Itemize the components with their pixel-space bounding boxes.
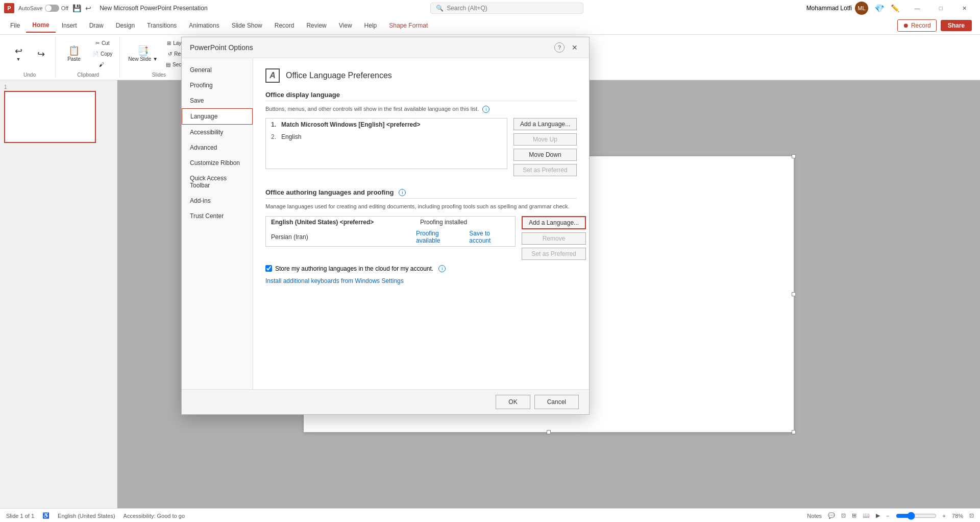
gem-icon[interactable]: 💎 [874,4,885,13]
copy-button[interactable]: 📄Copy [89,49,115,59]
autosave-toggle[interactable] [45,5,59,12]
dialog-body: General Proofing Save Language Accessibi… [182,58,589,389]
dialog-close-button[interactable]: ✕ [569,42,581,53]
undo-button[interactable]: ↩ ▼ [8,44,29,64]
normal-view-icon[interactable]: ⊡ [841,512,846,519]
display-lang-item-2[interactable]: 2. English [266,131,507,143]
format-painter-button[interactable]: 🖌 [89,60,115,69]
install-keyboards-link[interactable]: Install additional keyboards from Window… [265,277,404,284]
comments-icon[interactable]: 💬 [828,512,835,519]
zoom-in-button[interactable]: + [943,513,946,519]
new-slide-button[interactable]: 📑 New Slide ▼ [125,44,161,64]
tab-review[interactable]: Review [300,19,332,32]
sidebar-item-customize-ribbon[interactable]: Customize Ribbon [182,155,253,171]
layout-icon: ⊞ [167,40,171,46]
set-preferred-display-button[interactable]: Set as Preferred [513,164,577,176]
save-to-account-link[interactable]: Save to account [469,230,491,244]
display-lang-info-icon[interactable]: i [482,106,489,113]
dialog-help-button[interactable]: ? [554,42,565,53]
tab-animations[interactable]: Animations [183,19,225,32]
tab-file[interactable]: File [4,19,26,32]
tab-transitions[interactable]: Transitions [141,19,183,32]
tab-record[interactable]: Record [268,19,301,32]
move-down-button[interactable]: Move Down [513,149,577,161]
resize-handle-bottom-mid[interactable] [547,430,551,434]
reading-view-icon[interactable]: 📖 [863,512,870,519]
display-lang-item-1[interactable]: 1. Match Microsoft Windows [English] <pr… [266,118,507,131]
set-preferred-authoring-button[interactable]: Set as Preferred [522,248,586,260]
sidebar-item-accessibility[interactable]: Accessibility [182,125,253,140]
tab-slideshow[interactable]: Slide Show [226,19,268,32]
ribbon-tabs: File Home Insert Draw Design Transitions… [0,16,980,35]
ribbon-right: ⏺ Record Share [897,19,976,32]
sidebar-item-advanced[interactable]: Advanced [182,140,253,155]
avatar: ML [855,2,868,15]
resize-handle-top-right[interactable] [792,154,796,158]
language-label[interactable]: English (United States) [58,513,115,519]
slideshow-icon[interactable]: ▶ [876,512,880,519]
fit-slide-icon[interactable]: ⊡ [969,512,974,519]
cloud-checkbox-label: Store my authoring languages in the clou… [275,265,433,272]
notes-button[interactable]: Notes [807,513,822,519]
paste-button[interactable]: 📋 Paste [61,44,87,64]
zoom-out-button[interactable]: − [886,513,889,519]
accessibility-label[interactable]: Accessibility: Good to go [124,513,185,519]
settings-icon[interactable]: ✏️ [891,4,899,12]
proofing-available-link[interactable]: Proofing available [416,230,461,244]
sidebar-item-save[interactable]: Save [182,93,253,108]
authoring-item-persian[interactable]: Persian (Iran) Proofing available Save t… [266,228,515,246]
paste-icon: 📋 [68,46,80,55]
tab-home[interactable]: Home [26,18,55,33]
add-authoring-lang-button[interactable]: Add a Language... [522,216,586,229]
zoom-slider[interactable] [896,512,937,520]
move-up-button[interactable]: Move Up [513,133,577,146]
options-sidebar: General Proofing Save Language Accessibi… [182,58,253,389]
tab-shape-format[interactable]: Shape Format [383,19,434,32]
sidebar-item-trust-center[interactable]: Trust Center [182,208,253,224]
remove-button[interactable]: Remove [522,232,586,245]
record-button[interactable]: ⏺ Record [897,19,937,32]
resize-handle-bottom-right[interactable] [792,430,796,434]
cloud-info-icon[interactable]: i [438,265,446,272]
display-lang-list: 1. Match Microsoft Windows [English] <pr… [265,118,507,169]
display-lang-list-area: 1. Match Microsoft Windows [English] <pr… [265,118,577,176]
share-button[interactable]: Share [941,20,972,31]
zoom-level[interactable]: 78% [952,513,963,519]
sidebar-item-addins[interactable]: Add-ins [182,193,253,208]
save-icon[interactable]: 💾 [72,4,81,12]
close-button[interactable]: ✕ [952,0,976,16]
tab-help[interactable]: Help [358,19,383,32]
slide-sorter-icon[interactable]: ⊞ [852,512,856,519]
search-box[interactable]: 🔍 [430,3,583,14]
cut-button[interactable]: ✂Cut [89,38,115,48]
resize-handle-right-mid[interactable] [792,292,796,296]
ribbon-group-clipboard: 📋 Paste ✂Cut 📄Copy 🖌 Clipboard [57,37,120,78]
redo-button[interactable]: ↪ [31,48,51,61]
sidebar-item-quick-access[interactable]: Quick Access Toolbar [182,171,253,193]
tab-design[interactable]: Design [110,19,141,32]
cloud-checkbox[interactable] [265,265,272,272]
authoring-item-english[interactable]: English (United States) <preferred> Proo… [266,217,515,228]
new-slide-label: New Slide ▼ [128,56,158,62]
authoring-lang-section: Office authoring languages and proofing … [265,188,577,284]
maximize-button[interactable]: □ [929,0,952,16]
sidebar-item-proofing[interactable]: Proofing [182,78,253,93]
ok-button[interactable]: OK [496,395,530,409]
sidebar-item-general[interactable]: General [182,62,253,78]
slide-thumbnail-1[interactable]: 1 [4,84,113,143]
sidebar-item-language[interactable]: Language [182,108,253,125]
add-display-lang-button[interactable]: Add a Language... [513,118,577,130]
authoring-item-persian-label: Persian (Iran) [271,233,414,241]
tab-insert[interactable]: Insert [56,19,83,32]
tab-view[interactable]: View [333,19,358,32]
copy-icon: 📄 [92,51,99,57]
record-dot-icon: ⏺ [903,22,909,29]
undo-group-label: Undo [23,72,36,78]
cancel-button[interactable]: Cancel [534,395,579,409]
authoring-lang-info-icon[interactable]: i [399,189,406,196]
minimize-button[interactable]: — [905,0,929,16]
search-input[interactable] [447,5,559,12]
tab-draw[interactable]: Draw [83,19,110,32]
undo-icon[interactable]: ↩ [85,4,91,12]
slide-panel: 1 [0,80,117,508]
